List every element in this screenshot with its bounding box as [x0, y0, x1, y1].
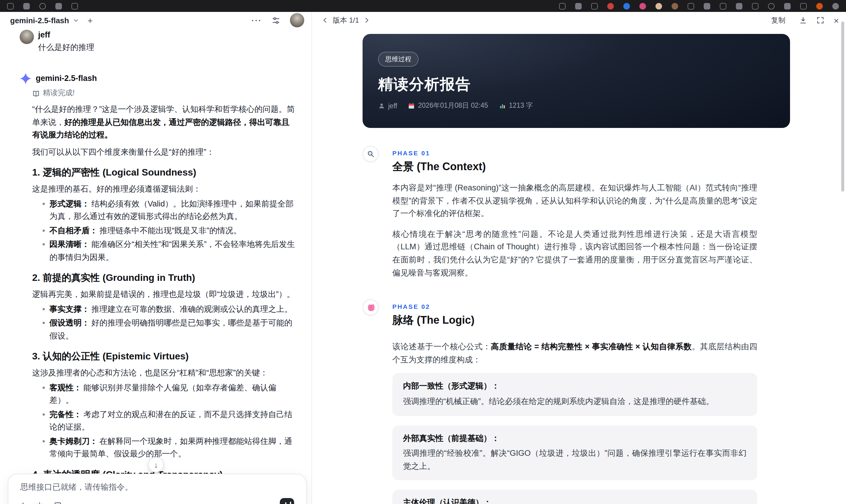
phase-paragraph: 本内容是对“推理 (Reasoning)”这一抽象概念的高层建模。在知识爆炸与人… [392, 181, 757, 220]
extension-icon-brown[interactable] [672, 3, 678, 9]
card-title: 主体伦理（认识美德）： [403, 497, 746, 504]
menubar-left-icons [7, 3, 78, 9]
menubar-icon[interactable] [55, 3, 62, 9]
phase-label: PHASE 02 [392, 303, 757, 310]
bullet-item: 客观性：能够识别并尽量排除个人偏见（如幸存者偏差、确认偏差）。 [42, 381, 297, 407]
card-body: 强调推理的“经验校准”。解决“GIGO（垃圾进，垃圾出）”问题，确保推理引擎运行… [403, 447, 746, 472]
menubar-right-icons [559, 3, 839, 9]
panel-icon[interactable] [54, 501, 62, 504]
badge: 思维过程 [378, 52, 419, 67]
copy-button[interactable]: 复制 [771, 15, 785, 25]
card-body: 强调推理的“机械正确”。结论必须在给定的规则系统内逻辑自洽，这是推理的硬件基础。 [403, 395, 746, 408]
brain-icon [363, 299, 378, 316]
chat-header: gemini-2.5-flash + ··· [0, 12, 311, 29]
record-icon[interactable] [816, 3, 823, 9]
menubar-icon[interactable] [559, 3, 566, 9]
section-desc: 逻辑再完美，如果前提是错误的，推理也是垃圾（即“垃圾进，垃圾出”）。 [32, 288, 297, 301]
menubar [0, 0, 846, 12]
asterisk-tools-icon[interactable] [36, 501, 44, 504]
page-title: 精读分析报告 [378, 74, 775, 94]
menubar-icon[interactable] [591, 3, 598, 9]
menubar-icon[interactable] [736, 3, 742, 9]
model-selector[interactable]: gemini-2.5-flash [10, 16, 69, 25]
assistant-paragraph: “什么是好的推理？”这是一个涉及逻辑学、认知科学和哲学核心的问题。简单来说，好的… [32, 103, 297, 141]
meta-author: jeff [388, 102, 397, 109]
section-heading: 2. 前提的真实性 (Grounding in Truth) [32, 271, 297, 284]
status-line: 精读完成! [32, 88, 297, 99]
user-message: jeff 什么是好的推理 [20, 30, 297, 54]
bullet-list: 事实支撑：推理建立在可靠的数据、准确的观测或公认的真理之上。 假设透明：好的推理… [42, 303, 297, 342]
menubar-icon[interactable] [720, 3, 726, 9]
more-options-button[interactable]: ··· [251, 16, 262, 25]
avatar [20, 30, 34, 44]
voice-input-button[interactable] [280, 498, 294, 504]
section-desc: 这是推理的基石。好的推理必须遵循逻辑法则： [32, 183, 297, 196]
person-icon [378, 102, 385, 109]
report-hero: 思维过程 精读分析报告 jeff 2026年01月08日 02:45 1213 … [363, 34, 790, 128]
extension-icon-pink[interactable] [639, 3, 646, 9]
section-heading: 1. 逻辑的严密性 (Logical Soundness) [32, 166, 297, 179]
section-desc: 这涉及推理者的心态和方法论，也是区分“杠精”和“思想家”的关键： [32, 366, 297, 379]
phase-label: PHASE 01 [392, 149, 757, 157]
bullet-list: 客观性：能够识别并尽量排除个人偏见（如幸存者偏差、确认偏差）。 完备性：考虑了对… [42, 381, 297, 460]
extension-icon-blue[interactable] [623, 3, 630, 9]
user-avatar[interactable] [290, 13, 304, 28]
previous-version-button[interactable] [321, 17, 329, 24]
bullet-item: 完备性：考虑了对立的观点和潜在的反证，而不是只选择支持自己结论的证据。 [42, 408, 297, 433]
message-input[interactable]: 思维接口已就绪，请传输指令。 [20, 482, 297, 493]
phase-section: PHASE 01 全景 (The Context) 本内容是对“推理 (Reas… [363, 146, 790, 279]
menubar-icon[interactable] [752, 3, 758, 9]
settings-sliders-icon[interactable] [271, 16, 280, 25]
phase-paragraph: 核心情境在于解决“思考的随意性”问题。不论是人类通过批判性思维进行决策，还是大语… [392, 228, 757, 280]
meta-date: 2026年01月08日 02:45 [418, 101, 488, 110]
app-window: gemini-2.5-flash + ··· jeff 什么是好的推理 [0, 0, 846, 504]
bullet-item: 事实支撑：推理建立在可靠的数据、准确的观测或公认的真理之上。 [42, 303, 297, 316]
status-text: 精读完成! [43, 87, 75, 100]
menubar-icon[interactable] [7, 3, 14, 9]
card-title: 外部真实性（前提基础）： [403, 432, 746, 445]
bullet-list: 形式逻辑：结构必须有效（Valid）。比如演绎推理中，如果前提全部为真，那么通过… [42, 197, 297, 264]
bar-chart-icon [499, 102, 506, 109]
bullet-item: 不自相矛盾：推理链条中不能出现“既是又非”的情况。 [42, 224, 297, 237]
menubar-icon[interactable] [688, 3, 694, 9]
new-chat-button[interactable]: + [88, 15, 93, 25]
dimension-card: 主体伦理（认识美德）： 转向推理者的心理特征。引入奥卡姆剃刀和反向论证，旨在克服… [392, 490, 757, 504]
book-icon [32, 90, 40, 97]
assistant-message: gemini-2.5-flash 精读完成! “什么是好的推理？”这是一个涉及逻… [20, 71, 297, 504]
menubar-icon[interactable] [704, 3, 710, 9]
fullscreen-icon[interactable] [816, 16, 825, 24]
download-icon[interactable] [799, 16, 807, 24]
scrollbar[interactable] [841, 21, 844, 192]
next-version-button[interactable] [363, 17, 370, 24]
menubar-icon[interactable] [768, 3, 775, 9]
menubar-icon[interactable] [39, 3, 46, 9]
chat-panel: gemini-2.5-flash + ··· jeff 什么是好的推理 [0, 12, 312, 504]
bullet-item: 假设透明：好的推理会明确指明哪些是已知事实，哪些是基于可能的假设。 [42, 317, 297, 342]
scroll-to-bottom-button[interactable]: ↓ [148, 457, 164, 472]
artifact-toolbar: 版本 1/1 复制 × [312, 12, 846, 29]
user-message-text: 什么是好的推理 [38, 42, 94, 54]
card-title: 内部一致性（形式逻辑）： [403, 380, 746, 393]
version-label: 版本 1/1 [333, 15, 359, 25]
phase-title: 脉络 (The Logic) [392, 313, 757, 327]
report-meta: jeff 2026年01月08日 02:45 1213 字 [378, 101, 775, 110]
artifact-panel: 版本 1/1 复制 × 思维过程 精读分析报告 je [312, 12, 846, 504]
extension-icon-peach[interactable] [655, 3, 662, 9]
menubar-icon[interactable] [784, 3, 791, 9]
add-attachment-button[interactable]: + [20, 500, 26, 504]
menubar-icon[interactable] [575, 3, 582, 9]
extension-icon-red[interactable] [607, 3, 614, 9]
bullet-item: 形式逻辑：结构必须有效（Valid）。比如演绎推理中，如果前提全部为真，那么通过… [42, 197, 297, 223]
close-icon[interactable]: × [833, 15, 839, 25]
section-heading: 3. 认知的公正性 (Epistemic Virtues) [32, 350, 297, 362]
menubar-icon[interactable] [800, 3, 807, 9]
menubar-icon[interactable] [23, 3, 30, 9]
assistant-name: gemini-2.5-flash [36, 72, 97, 85]
profile-icon[interactable] [832, 3, 839, 9]
dimension-card: 内部一致性（形式逻辑）： 强调推理的“机械正确”。结论必须在给定的规则系统内逻辑… [392, 373, 757, 416]
menubar-icon[interactable] [71, 3, 78, 9]
phase-title: 全景 (The Context) [392, 160, 757, 174]
composer: 思维接口已就绪，请传输指令。 + [8, 474, 306, 504]
chat-message-list: jeff 什么是好的推理 gemini-2.5-flash [0, 29, 311, 504]
chevron-down-icon[interactable] [73, 17, 79, 23]
